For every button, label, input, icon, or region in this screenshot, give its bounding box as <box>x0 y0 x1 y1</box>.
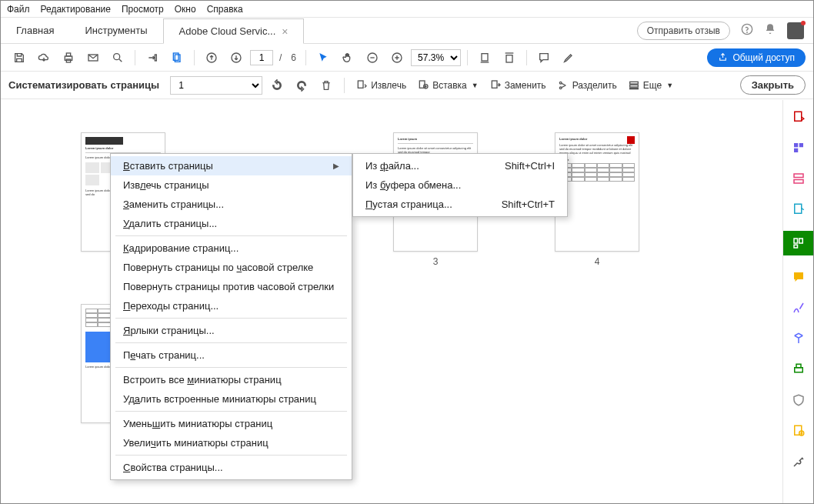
fit-page-icon[interactable] <box>499 47 520 68</box>
zoom-select[interactable]: 57.3% <box>411 49 461 66</box>
zoom-in-icon[interactable] <box>386 47 408 68</box>
pan-icon[interactable] <box>337 47 359 68</box>
page-range-select[interactable]: 1 <box>170 76 262 95</box>
svg-point-21 <box>559 87 562 89</box>
page-thumbnails-icon[interactable] <box>166 47 188 68</box>
rail-redact-icon[interactable] <box>789 329 808 348</box>
rail-organize-icon[interactable] <box>783 231 814 255</box>
close-organize-button[interactable]: Закрыть <box>740 75 806 95</box>
cloud-icon[interactable] <box>33 47 55 68</box>
fit-width-icon[interactable] <box>474 47 495 68</box>
rail-edit-pdf-icon[interactable] <box>789 139 808 157</box>
next-page-icon[interactable] <box>225 47 247 68</box>
page-thumb-4-label: 4 <box>555 256 639 267</box>
tab-bar: Главная Инструменты Adobe Cloud Servic..… <box>1 18 813 44</box>
replace-button[interactable]: Заменить <box>486 78 549 93</box>
prev-page-icon[interactable] <box>201 47 222 68</box>
menu-view[interactable]: Просмотр <box>122 4 164 15</box>
rail-more-tools-icon[interactable] <box>789 422 808 440</box>
feedback-button[interactable]: Отправить отзыв <box>637 22 730 40</box>
svg-rect-22 <box>629 82 638 84</box>
bell-icon[interactable] <box>764 23 776 38</box>
ctx-crop-pages[interactable]: Кадрирование страниц... <box>111 239 352 258</box>
rail-protect-icon[interactable] <box>789 391 808 409</box>
svg-rect-30 <box>794 180 803 184</box>
rail-print-icon[interactable] <box>789 360 808 379</box>
zoom-out-icon[interactable] <box>362 47 383 68</box>
share-label: Общий доступ <box>732 52 795 63</box>
rotate-ccw-icon[interactable] <box>267 75 287 95</box>
tab-home[interactable]: Главная <box>1 18 69 43</box>
highlight-icon[interactable] <box>558 47 579 68</box>
rail-create-pdf-icon[interactable] <box>789 169 808 188</box>
ctx-labels[interactable]: Ярлыки страницы... <box>111 321 352 340</box>
ctx-delete-pages[interactable]: Удалить страницы... <box>111 214 352 233</box>
mail-icon[interactable] <box>82 47 104 68</box>
svg-rect-25 <box>794 112 801 121</box>
page-total: 6 <box>291 52 296 63</box>
page-sep: / <box>279 52 282 63</box>
ctx-embed-all[interactable]: Встроить все миниатюры страниц <box>111 370 352 389</box>
ctx-rotate-ccw[interactable]: Повернуть страницы против часовой стрелк… <box>111 277 352 296</box>
svg-rect-3 <box>66 53 70 56</box>
sub-blank-page[interactable]: Пустая страница...Shift+Ctrl+T <box>353 195 567 214</box>
ctx-rotate-cw[interactable]: Повернуть страницы по часовой стрелке <box>111 258 352 277</box>
svg-rect-28 <box>794 149 798 152</box>
svg-point-1 <box>747 32 748 33</box>
split-button[interactable]: Разделить <box>554 78 620 93</box>
ctx-enlarge[interactable]: Увеличить миниатюры страниц <box>111 433 352 452</box>
rail-export-pdf-icon[interactable] <box>789 108 808 126</box>
svg-rect-16 <box>358 81 363 88</box>
rail-comment-icon[interactable] <box>789 200 808 219</box>
pointer-icon[interactable] <box>312 47 334 68</box>
page-thumb-3-label: 3 <box>393 256 478 267</box>
comment-icon[interactable] <box>533 47 555 68</box>
svg-rect-29 <box>794 174 803 178</box>
svg-rect-27 <box>799 143 802 147</box>
svg-rect-23 <box>629 85 638 87</box>
rail-sign-icon[interactable] <box>789 299 808 317</box>
menu-help[interactable]: Справка <box>207 4 243 15</box>
ctx-remove-embedded[interactable]: Удалить встроенные миниатюры страниц <box>111 389 352 409</box>
menu-window[interactable]: Окно <box>175 4 196 15</box>
ctx-transitions[interactable]: Переходы страниц... <box>111 296 352 315</box>
tab-document[interactable]: Adobe Cloud Servic... × <box>163 18 305 44</box>
more-button[interactable]: Еще▼ <box>625 78 676 93</box>
rail-fill-sign-icon[interactable] <box>789 268 808 286</box>
svg-rect-36 <box>796 364 801 368</box>
ctx-reduce[interactable]: Уменьшить миниатюры страниц <box>111 414 352 433</box>
page-number-input[interactable] <box>250 50 273 65</box>
ctx-extract-pages[interactable]: Извлечь страницы <box>111 175 352 195</box>
search-icon[interactable] <box>107 47 128 68</box>
help-icon[interactable] <box>741 23 753 38</box>
svg-rect-19 <box>492 81 497 88</box>
ctx-properties[interactable]: Свойства страницы... <box>111 458 352 477</box>
close-tab-icon[interactable]: × <box>282 25 288 38</box>
svg-rect-15 <box>506 55 512 62</box>
menu-file[interactable]: Файл <box>7 4 30 15</box>
ctx-replace-pages[interactable]: Заменить страницы... <box>111 195 352 214</box>
rotate-cw-icon[interactable] <box>292 75 312 95</box>
insert-button[interactable]: Вставка▼ <box>414 78 482 93</box>
svg-point-20 <box>559 82 562 84</box>
svg-rect-32 <box>794 239 798 243</box>
svg-rect-24 <box>629 88 638 88</box>
tab-document-label: Adobe Cloud Servic... <box>179 25 276 37</box>
ctx-print[interactable]: Печать страниц... <box>111 345 352 365</box>
menu-edit[interactable]: Редактирование <box>41 4 111 15</box>
save-icon[interactable] <box>8 47 30 68</box>
main-toolbar: / 6 57.3% Общий доступ <box>1 44 813 72</box>
tab-tools[interactable]: Инструменты <box>69 18 162 43</box>
print-icon[interactable] <box>58 47 79 68</box>
rail-settings-icon[interactable] <box>789 452 808 471</box>
delete-icon[interactable] <box>316 75 336 95</box>
sub-from-file[interactable]: Из файла...Shift+Ctrl+I <box>353 156 567 175</box>
hand-tool-icon[interactable] <box>142 47 163 68</box>
sub-from-clipboard[interactable]: Из буфера обмена... <box>353 175 567 195</box>
share-button[interactable]: Общий доступ <box>707 48 806 67</box>
svg-rect-26 <box>794 143 798 147</box>
organize-pages-title: Систематизировать страницы <box>8 79 159 91</box>
avatar[interactable] <box>787 22 804 39</box>
ctx-insert-pages[interactable]: Вставить страницы▶ <box>111 156 352 175</box>
extract-button[interactable]: Извлечь <box>352 78 409 93</box>
